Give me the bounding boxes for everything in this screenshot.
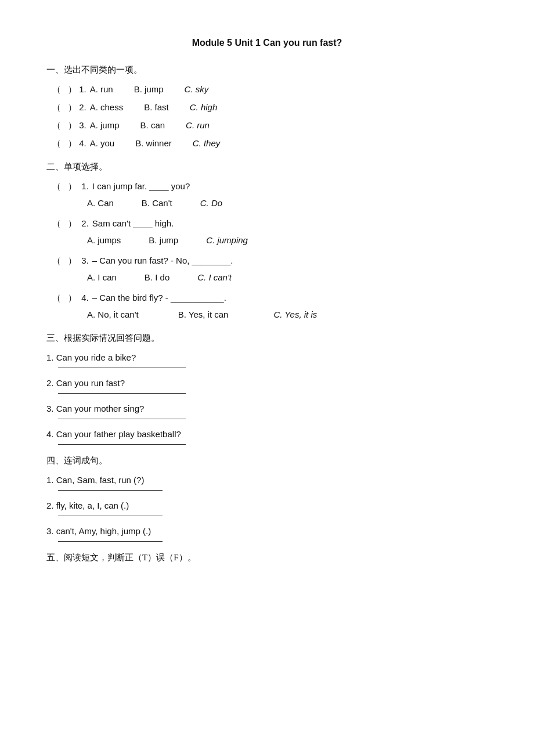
- bracket-space: [63, 178, 66, 194]
- s2-q1-optC: C. Do: [200, 195, 222, 211]
- bracket: （: [52, 135, 61, 151]
- section2-title: 二、单项选择。: [46, 159, 488, 175]
- bracket-space: [63, 290, 66, 305]
- s2-q2-optA: A. jumps: [87, 232, 121, 248]
- q3-optA: A. jump: [90, 117, 120, 133]
- bracket-close: ）: [68, 178, 77, 194]
- q4-optB: B. winner: [135, 135, 172, 151]
- section1-q1-row: （ ） 1. A. run B. jump C. sky: [46, 81, 488, 97]
- s2-q4-num: 4.: [79, 290, 89, 305]
- s2-q4-options: A. No, it can't B. Yes, it can C. Yes, i…: [46, 307, 488, 322]
- q2-num: 2.: [79, 99, 86, 115]
- section1-q4-row: （ ） 4. A. you B. winner C. they: [46, 135, 488, 151]
- s2-q2-row: （ ） 2. Sam can't ____ high.: [46, 215, 488, 231]
- s4-q3-text: 3. can't, Amy, high, jump (.): [46, 523, 488, 539]
- s2-q3-optB: B. I do: [145, 269, 169, 285]
- s4-q3-answer-line: [58, 541, 163, 542]
- section5-title: 五、阅读短文，判断正（T）误（F）。: [46, 550, 488, 566]
- bracket-close: ）: [68, 290, 77, 305]
- q3-options: A. jump B. can C. run: [90, 117, 210, 133]
- s2-q2-num: 2.: [79, 215, 89, 231]
- s2-q4-stem: – Can the bird fly? - ___________.: [92, 290, 226, 305]
- bracket-space: [63, 81, 66, 97]
- q4-options: A. you B. winner C. they: [90, 135, 221, 151]
- s3-q1-answer-line: [58, 368, 186, 368]
- s3-q4-block: 4. Can your father play basketball?: [46, 426, 488, 445]
- bracket-space: [63, 253, 66, 268]
- s2-q3-stem: – Can you run fast? - No, ________.: [92, 253, 233, 268]
- q1-optB: B. jump: [134, 81, 164, 97]
- section4-title: 四、连词成句。: [46, 453, 488, 469]
- bracket: （: [52, 99, 61, 115]
- s4-q2-text: 2. fly, kite, a, I, can (.): [46, 498, 488, 513]
- bracket-space: [63, 117, 66, 133]
- s2-q1-stem: I can jump far. ____ you?: [92, 178, 190, 194]
- section3-title: 三、根据实际情况回答问题。: [46, 330, 488, 346]
- bracket-close: ）: [68, 81, 77, 97]
- section1-q3-row: （ ） 3. A. jump B. can C. run: [46, 117, 488, 133]
- s2-q1-num: 1.: [79, 178, 89, 194]
- page-title: Module 5 Unit 1 Can you run fast?: [46, 35, 488, 52]
- bracket: （: [52, 290, 61, 305]
- section1-title: 一、选出不同类的一项。: [46, 62, 488, 78]
- s2-q1-row: （ ） 1. I can jump far. ____ you?: [46, 178, 488, 194]
- s2-q4-optA: A. No, it can't: [87, 307, 139, 322]
- q1-optC: C. sky: [185, 81, 209, 97]
- bracket-close: ）: [68, 135, 77, 151]
- s3-q2-answer-line: [58, 393, 186, 394]
- s4-q2-answer-line: [58, 516, 163, 516]
- bracket-close: ）: [68, 253, 77, 268]
- section1-q2-row: （ ） 2. A. chess B. fast C. high: [46, 99, 488, 115]
- s2-q3-num: 3.: [79, 253, 89, 268]
- s3-q1-text: 1. Can you ride a bike?: [46, 350, 488, 365]
- s2-q3-optA: A. I can: [87, 269, 117, 285]
- q3-optC: C. run: [186, 117, 210, 133]
- bracket: （: [52, 215, 61, 231]
- bracket-space: [63, 99, 66, 115]
- q1-optA: A. run: [90, 81, 113, 97]
- s2-q3-optC: C. I can't: [197, 269, 232, 285]
- s2-q2-options: A. jumps B. jump C. jumping: [46, 232, 488, 248]
- q1-num: 1.: [79, 81, 86, 97]
- s3-q3-block: 3. Can your mother sing?: [46, 401, 488, 419]
- q2-optA: A. chess: [90, 99, 124, 115]
- bracket-space: [63, 215, 66, 231]
- q3-num: 3.: [79, 117, 86, 133]
- bracket-close: ）: [68, 215, 77, 231]
- bracket-close: ）: [68, 99, 77, 115]
- bracket: （: [52, 81, 61, 97]
- q2-optB: B. fast: [144, 99, 169, 115]
- q4-optA: A. you: [90, 135, 115, 151]
- s3-q4-text: 4. Can your father play basketball?: [46, 426, 488, 442]
- bracket: （: [52, 117, 61, 133]
- s3-q3-answer-line: [58, 419, 186, 419]
- bracket: （: [52, 253, 61, 268]
- q3-optB: B. can: [140, 117, 165, 133]
- s3-q2-text: 2. Can you run fast?: [46, 375, 488, 391]
- bracket-space: [63, 135, 66, 151]
- bracket: （: [52, 178, 61, 194]
- s2-q2-optB: B. jump: [149, 232, 178, 248]
- s4-q2-block: 2. fly, kite, a, I, can (.): [46, 498, 488, 516]
- s2-q2-stem: Sam can't ____ high.: [92, 215, 174, 231]
- s2-q4-optB: B. Yes, it can: [178, 307, 229, 322]
- s4-q1-block: 1. Can, Sam, fast, run (?): [46, 472, 488, 491]
- s2-q2-optC: C. jumping: [206, 232, 248, 248]
- s2-q3-row: （ ） 3. – Can you run fast? - No, _______…: [46, 253, 488, 268]
- s2-q4-row: （ ） 4. – Can the bird fly? - ___________…: [46, 290, 488, 305]
- s3-q2-block: 2. Can you run fast?: [46, 375, 488, 394]
- s2-q1-options: A. Can B. Can't C. Do: [46, 195, 488, 211]
- q2-optC: C. high: [190, 99, 218, 115]
- bracket-close: ）: [68, 117, 77, 133]
- s3-q1-block: 1. Can you ride a bike?: [46, 350, 488, 368]
- s4-q1-answer-line: [58, 490, 163, 491]
- q4-num: 4.: [79, 135, 86, 151]
- s3-q4-answer-line: [58, 444, 186, 445]
- s2-q4-optC: C. Yes, it is: [273, 307, 317, 322]
- s3-q3-text: 3. Can your mother sing?: [46, 401, 488, 416]
- s4-q3-block: 3. can't, Amy, high, jump (.): [46, 523, 488, 542]
- q2-options: A. chess B. fast C. high: [90, 99, 218, 115]
- s2-q1-optA: A. Can: [87, 195, 114, 211]
- q4-optC: C. they: [193, 135, 221, 151]
- s2-q1-optB: B. Can't: [142, 195, 172, 211]
